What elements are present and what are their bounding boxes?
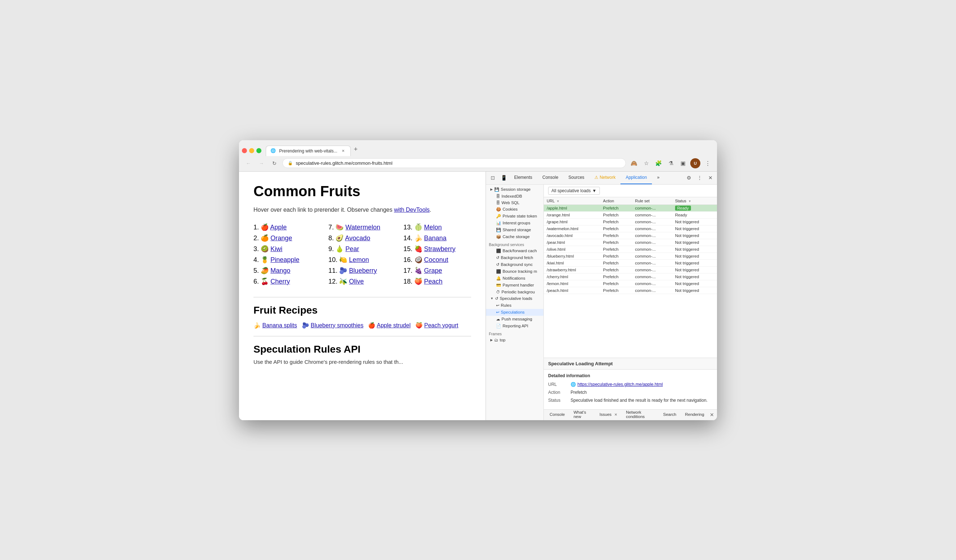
detail-url-link[interactable]: https://speculative-rules.glitch.me/appl… (577, 382, 663, 387)
sidebar-item-speculative-loads[interactable]: ▼ ↺ Speculative loads (486, 295, 544, 302)
sidebar-item-bfcache[interactable]: ⬛ Back/forward cach (486, 248, 544, 254)
url-value[interactable]: 🌐 https://speculative-rules.glitch.me/ap… (571, 382, 713, 387)
tab-console[interactable]: Console (537, 172, 563, 184)
active-tab[interactable]: 🌐 Prerendering with web-vitals... ✕ (266, 146, 351, 156)
devtools-more-icon[interactable]: ⋮ (695, 173, 705, 183)
table-row[interactable]: /blueberry.htmlPrefetchcommon-...Not tri… (544, 253, 717, 259)
sidebar-item-cache-storage[interactable]: 📦 Cache storage (486, 234, 544, 240)
sidebar-item-bg-fetch[interactable]: ↺ Background fetch (486, 254, 544, 261)
hide-icon[interactable]: 🙈 (629, 158, 639, 168)
fruit-link-coconut[interactable]: Coconut (424, 256, 448, 264)
table-row[interactable]: /apple.htmlPrefetchcommon-...Ready (544, 204, 717, 211)
sidebar-item-periodic[interactable]: ⏱ Periodic backgrou (486, 289, 544, 295)
col-action[interactable]: Action (600, 197, 632, 205)
table-row[interactable]: /avocado.htmlPrefetchcommon-...Not trigg… (544, 232, 717, 239)
sidebar-item-interest-groups[interactable]: 📊 Interest groups (486, 220, 544, 226)
fruit-link-olive[interactable]: Olive (349, 278, 364, 285)
devtools-close-icon[interactable]: ✕ (706, 173, 715, 183)
fruit-link-kiwi[interactable]: Kiwi (270, 245, 282, 253)
tab-application[interactable]: Application (621, 172, 652, 184)
settings-icon[interactable]: ⚙ (684, 173, 694, 183)
fruit-link-grape[interactable]: Grape (424, 267, 442, 274)
bottom-tab-search[interactable]: Search (659, 411, 681, 419)
bookmark-icon[interactable]: ☆ (641, 158, 651, 168)
table-row[interactable]: /peach.htmlPrefetchcommon-...Not trigger… (544, 287, 717, 294)
sidebar-item-websql[interactable]: 🗄 Web SQL (486, 199, 544, 206)
sidebar-item-private-state[interactable]: 🔑 Private state token (486, 213, 544, 220)
sidebar-item-shared-storage[interactable]: 💾 Shared storage (486, 226, 544, 234)
table-row[interactable]: /strawberry.htmlPrefetchcommon-...Not tr… (544, 266, 717, 273)
sidebar-icon[interactable]: ▣ (678, 158, 688, 168)
bottom-tab-issues[interactable]: Issues ✕ (595, 411, 621, 419)
recipe-link-apple[interactable]: Apple strudel (377, 322, 410, 328)
fruit-link-mango[interactable]: Mango (270, 267, 290, 274)
tab-close-button[interactable]: ✕ (340, 148, 346, 154)
sidebar-item-cookies[interactable]: 🍪 Cookies (486, 206, 544, 213)
fruit-link-peach[interactable]: Peach (424, 278, 443, 285)
sidebar-item-bounce[interactable]: ⬛ Bounce tracking m (486, 268, 544, 275)
sidebar-item-rules[interactable]: ↩ Rules (486, 302, 544, 309)
sidebar-item-speculations[interactable]: ↩ Speculations (486, 309, 544, 316)
col-ruleset[interactable]: Rule set (632, 197, 672, 205)
devtools-link[interactable]: with DevTools (394, 207, 430, 213)
sidebar-item-reporting-api[interactable]: 📄 Reporting API (486, 323, 544, 329)
reload-button[interactable]: ↻ (269, 158, 280, 168)
table-row[interactable]: /watermelon.htmlPrefetchcommon-...Not tr… (544, 225, 717, 232)
fruit-link-cherry[interactable]: Cherry (270, 278, 290, 285)
sidebar-item-notifications[interactable]: 🔔 Notifications (486, 275, 544, 282)
forward-button[interactable]: → (256, 158, 266, 168)
extensions-icon[interactable]: 🧩 (653, 158, 664, 168)
new-tab-button[interactable]: + (351, 144, 361, 155)
address-bar[interactable]: 🔒 speculative-rules.glitch.me/common-fru… (282, 158, 626, 168)
fruit-link-orange[interactable]: Orange (270, 234, 292, 242)
tab-sources[interactable]: Sources (563, 172, 590, 184)
fruit-link-watermelon[interactable]: Watermelon (345, 224, 380, 231)
devtools-inspect-icon[interactable]: ⊡ (487, 173, 498, 183)
issues-close-icon[interactable]: ✕ (614, 413, 617, 417)
table-row[interactable]: /kiwi.htmlPrefetchcommon-...Not triggere… (544, 259, 717, 266)
table-row[interactable]: /pear.htmlPrefetchcommon-...Not triggere… (544, 239, 717, 246)
table-row[interactable]: /olive.htmlPrefetchcommon-...Not trigger… (544, 246, 717, 253)
sidebar-item-bg-sync[interactable]: ↺ Background sync (486, 261, 544, 268)
table-row[interactable]: /lemon.htmlPrefetchcommon-...Not trigger… (544, 280, 717, 287)
minimize-button[interactable] (249, 148, 254, 153)
devtools-device-icon[interactable]: 📱 (498, 173, 509, 183)
fruit-link-lemon[interactable]: Lemon (349, 256, 369, 264)
close-button[interactable] (242, 148, 247, 153)
fruit-link-banana[interactable]: Banana (424, 234, 447, 242)
fruit-link-pineapple[interactable]: Pineapple (270, 256, 299, 264)
col-status[interactable]: Status ▼ (672, 197, 717, 205)
fruit-link-melon[interactable]: Melon (424, 224, 442, 231)
sidebar-item-session-storage[interactable]: ▶ 💾 Session storage (486, 186, 544, 193)
col-url[interactable]: URL ▼ (544, 197, 600, 205)
fruit-link-strawberry[interactable]: Strawberry (424, 245, 456, 253)
table-row[interactable]: /grape.htmlPrefetchcommon-...Not trigger… (544, 218, 717, 225)
devtools-icon[interactable]: ⚗ (666, 158, 676, 168)
table-row[interactable]: /orange.htmlPrefetchcommon-...Ready (544, 211, 717, 218)
avatar[interactable]: U (690, 158, 700, 168)
back-button[interactable]: ← (243, 158, 253, 168)
sidebar-item-indexeddb[interactable]: 🗄 IndexedDB (486, 193, 544, 199)
fruit-link-apple[interactable]: Apple (270, 224, 287, 231)
fruit-link-avocado[interactable]: Avocado (345, 234, 370, 242)
speculative-dropdown[interactable]: All speculative loads ▼ (548, 187, 600, 195)
maximize-button[interactable] (256, 148, 261, 153)
bottom-tab-whats-new[interactable]: What's new (569, 409, 595, 420)
bottom-tab-console[interactable]: Console (545, 411, 569, 419)
recipe-link-blueberry[interactable]: Blueberry smoothies (311, 322, 363, 328)
tab-more[interactable]: » (652, 172, 665, 184)
sidebar-item-payment[interactable]: 💳 Payment handler (486, 282, 544, 289)
recipe-link-peach[interactable]: Peach yogurt (424, 322, 458, 328)
fruit-link-pear[interactable]: Pear (345, 245, 359, 253)
sidebar-item-push-messaging[interactable]: ☁ Push messaging (486, 316, 544, 323)
tab-network[interactable]: ⚠ Network (590, 172, 621, 184)
bottom-tab-network-conditions[interactable]: Network conditions (621, 409, 659, 420)
sidebar-item-top-frame[interactable]: ▶ 🗂 top (486, 337, 544, 343)
bottom-bar-close-icon[interactable]: ✕ (709, 410, 715, 419)
recipe-link-banana[interactable]: Banana splits (262, 322, 297, 328)
menu-icon[interactable]: ⋮ (703, 158, 713, 168)
tab-elements[interactable]: Elements (509, 172, 537, 184)
table-row[interactable]: /cherry.htmlPrefetchcommon-...Not trigge… (544, 273, 717, 280)
fruit-link-blueberry[interactable]: Blueberry (349, 267, 377, 274)
bottom-tab-rendering[interactable]: Rendering (681, 411, 708, 419)
